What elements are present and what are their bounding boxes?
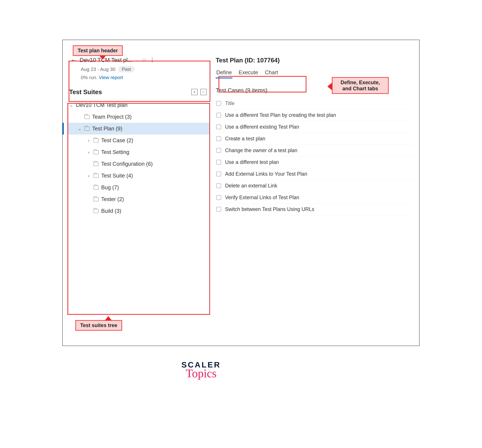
test-suites-section: Test Suites + − ⌄ Dev10 TCM Test plan Te…: [68, 87, 210, 217]
expand-all-icon[interactable]: +: [191, 89, 198, 95]
chevron-right-icon: ›: [87, 150, 91, 155]
table-row[interactable]: Create a test plan: [216, 133, 414, 145]
tree-item-tester[interactable]: Tester (2): [68, 193, 210, 205]
row-checkbox[interactable]: [216, 124, 221, 129]
row-checkbox[interactable]: [216, 160, 221, 165]
table-header-row: Title: [216, 97, 414, 109]
row-checkbox[interactable]: [216, 195, 221, 200]
sidebar: ← Dev10 TCM Test pl... ⌄ ☆ ⋮ Aug 23 - Au…: [63, 53, 210, 346]
past-badge: Past: [118, 66, 135, 72]
tree-root-label: Dev10 TCM Test plan: [76, 102, 127, 108]
chevron-down-icon: ⌄: [77, 126, 82, 131]
callout-plan-header: Test plan header: [73, 45, 123, 56]
folder-icon: [94, 209, 99, 213]
test-plan-header: ← Dev10 TCM Test pl... ⌄ ☆ ⋮ Aug 23 - Au…: [68, 54, 210, 83]
tree-item-test-plan[interactable]: ⌄ Test Plan (9): [68, 123, 210, 135]
tree-item-test-configuration[interactable]: Test Configuration (6): [68, 158, 210, 170]
back-arrow-icon[interactable]: ←: [71, 56, 77, 64]
folder-icon: [94, 174, 99, 178]
callout-suites-tree: Test suites tree: [75, 320, 122, 331]
folder-icon: [94, 197, 99, 201]
tab-define[interactable]: Define: [216, 68, 232, 78]
row-checkbox[interactable]: [216, 148, 221, 153]
row-checkbox[interactable]: [216, 183, 221, 188]
callout-tabs: Define, Execute, and Chart tabs: [332, 77, 389, 94]
tab-chart[interactable]: Chart: [264, 68, 279, 78]
tree-root[interactable]: ⌄ Dev10 TCM Test plan: [68, 99, 210, 111]
folder-icon: [85, 115, 90, 119]
tree-item-test-case[interactable]: › Test Case (2): [68, 135, 210, 146]
chevron-down-icon[interactable]: ⌄: [135, 57, 139, 63]
test-cases-section: Test Cases (9 items) Title Use a differe…: [216, 87, 414, 215]
tree-item-test-setting[interactable]: › Test Setting: [68, 146, 210, 158]
test-suites-title: Test Suites: [69, 88, 189, 96]
table-row[interactable]: Verify External Links of Test Plan: [216, 192, 414, 203]
tree-item-build[interactable]: Build (3): [68, 205, 210, 217]
column-header-title[interactable]: Title: [225, 100, 235, 106]
tree-item-test-suite[interactable]: › Test Suite (4): [68, 170, 210, 182]
row-checkbox[interactable]: [216, 172, 221, 176]
table-row[interactable]: Use a different Test Plan by creating th…: [216, 109, 414, 121]
table-row[interactable]: Switch between Test Plans Using URLs: [216, 203, 414, 215]
app-frame: Test plan header Define, Execute, and Ch…: [62, 40, 419, 346]
collapse-all-icon[interactable]: −: [200, 89, 207, 95]
table-row[interactable]: Use a different test plan: [216, 156, 414, 168]
view-report-link[interactable]: View report: [99, 75, 123, 80]
folder-icon: [94, 138, 99, 143]
main-content: Test Plan (ID: 107764) Define Execute Ch…: [210, 53, 419, 346]
table-row[interactable]: Use a different existing Test Plan: [216, 121, 414, 133]
row-checkbox[interactable]: [216, 207, 221, 212]
run-status: 0% run.: [81, 75, 97, 80]
select-all-checkbox[interactable]: [216, 101, 221, 106]
row-checkbox[interactable]: [216, 113, 221, 118]
table-row[interactable]: Change the owner of a test plan: [216, 145, 414, 156]
folder-icon: [94, 150, 99, 154]
tree-item-team-project[interactable]: Team Project (3): [68, 111, 210, 123]
logo-line2: Topics: [182, 367, 221, 380]
page-title: Test Plan (ID: 107764): [216, 57, 414, 64]
chevron-right-icon: ›: [87, 173, 91, 178]
tree-item-bug[interactable]: Bug (7): [68, 182, 210, 193]
chevron-down-icon: ⌄: [69, 103, 73, 108]
table-row[interactable]: Add External Links to Your Test Plan: [216, 168, 414, 180]
star-icon[interactable]: ☆: [142, 57, 147, 63]
folder-icon: [94, 162, 99, 166]
scaler-topics-logo: SCALER Topics: [182, 360, 221, 380]
table-row[interactable]: Delete an external Link: [216, 180, 414, 192]
row-checkbox[interactable]: [216, 136, 221, 141]
date-range: Aug 23 - Aug 30: [81, 66, 115, 72]
tab-execute[interactable]: Execute: [238, 68, 259, 78]
chevron-right-icon: ›: [87, 138, 91, 143]
folder-icon: [85, 127, 90, 131]
folder-icon: [94, 186, 99, 190]
kebab-menu-icon[interactable]: ⋮: [150, 59, 155, 61]
test-suites-tree: ⌄ Dev10 TCM Test plan Team Project (3) ⌄…: [68, 99, 210, 217]
